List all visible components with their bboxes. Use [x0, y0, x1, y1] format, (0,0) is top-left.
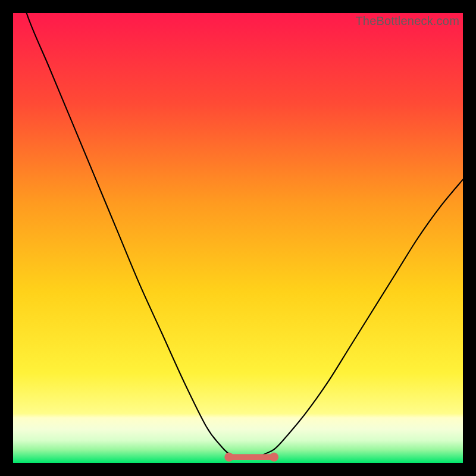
flat-region-marker-left — [224, 453, 233, 462]
chart-frame: TheBottleneck.com — [0, 0, 476, 476]
bottleneck-chart — [13, 13, 463, 463]
plot-area: TheBottleneck.com — [13, 13, 463, 463]
gradient-background — [13, 13, 463, 463]
attribution-text: TheBottleneck.com — [355, 14, 459, 28]
flat-region-marker-right — [270, 453, 278, 462]
